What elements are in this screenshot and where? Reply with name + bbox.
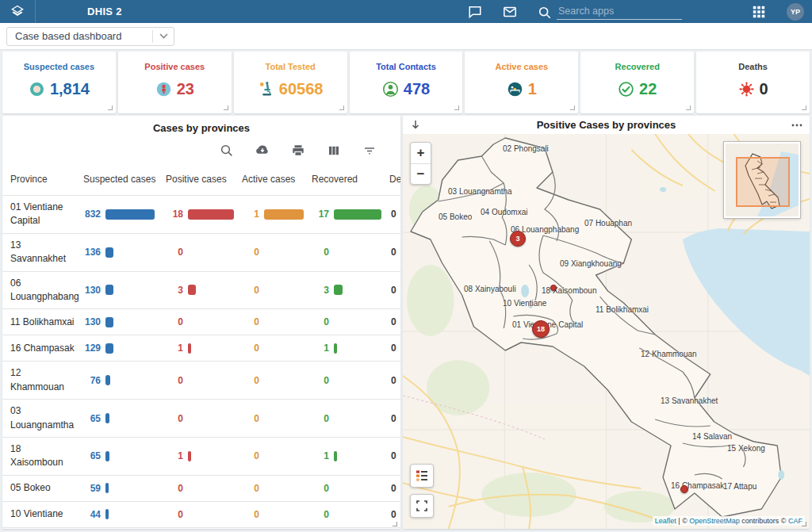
active-cell: 0 bbox=[234, 316, 304, 327]
resize-handle[interactable] bbox=[454, 105, 459, 110]
col-header-province[interactable]: Province bbox=[2, 174, 75, 185]
col-header-recovered[interactable]: Recovered bbox=[304, 174, 381, 185]
mail-icon[interactable] bbox=[503, 5, 517, 19]
stat-card[interactable]: Positive cases 23 bbox=[118, 52, 232, 113]
suspected-cell: 130 bbox=[75, 285, 158, 296]
suspected-cell: 44 bbox=[75, 509, 158, 520]
province-cell: 16 Champasak bbox=[2, 342, 75, 355]
table-header-row: Province Suspected cases Positive cases … bbox=[2, 163, 400, 195]
print-icon[interactable] bbox=[291, 144, 305, 158]
messages-icon[interactable] bbox=[468, 5, 482, 19]
table-row[interactable]: 16 Champasak 129 1 0 1 0 bbox=[2, 335, 400, 361]
positive-cell: 0 bbox=[158, 413, 234, 424]
dhis2-logo[interactable] bbox=[0, 0, 36, 23]
table-row[interactable]: 06 Louangphabang 130 3 0 3 0 bbox=[2, 271, 400, 309]
search-input[interactable] bbox=[557, 4, 682, 20]
col-header-positive[interactable]: Positive cases bbox=[158, 174, 234, 185]
map-case-marker[interactable] bbox=[680, 485, 688, 493]
leaflet-link[interactable]: Leaflet bbox=[655, 517, 676, 525]
legend-button[interactable] bbox=[410, 464, 434, 488]
stat-card-icon bbox=[618, 81, 634, 98]
osm-link[interactable]: OpenStreetMap bbox=[689, 517, 740, 525]
table-search-icon[interactable] bbox=[220, 144, 234, 158]
resize-handle[interactable] bbox=[339, 105, 344, 110]
user-avatar[interactable]: YP bbox=[787, 3, 804, 21]
stat-card[interactable]: Suspected cases 1,814 bbox=[2, 52, 116, 113]
deaths-cell: 0 bbox=[381, 343, 400, 354]
deaths-cell: 0 bbox=[381, 509, 400, 520]
province-cell: 01 Vientiane Capital bbox=[2, 201, 75, 228]
deaths-cell: 0 bbox=[381, 450, 400, 461]
positive-cell: 1 bbox=[158, 450, 234, 461]
stat-card-value: 478 bbox=[404, 80, 430, 98]
stat-card-title: Recovered bbox=[580, 62, 694, 71]
table-row[interactable]: 03 Louangnamtha 65 0 0 0 0 bbox=[2, 399, 400, 437]
caf-link[interactable]: CAF bbox=[788, 517, 802, 525]
resize-handle[interactable] bbox=[570, 105, 575, 110]
map-canvas[interactable]: + − bbox=[403, 134, 810, 529]
resize-handle[interactable] bbox=[393, 522, 397, 526]
table-row[interactable]: 05 Bokeo 59 0 0 0 0 bbox=[2, 475, 400, 501]
positive-cell: 18 bbox=[158, 209, 234, 220]
resize-handle[interactable] bbox=[224, 105, 228, 110]
table-row[interactable]: 13 Savannakhet 136 0 0 0 0 bbox=[2, 233, 400, 271]
zoom-out-button[interactable]: − bbox=[411, 163, 431, 184]
suspected-cell: 65 bbox=[75, 450, 158, 461]
active-cell: 0 bbox=[234, 285, 304, 296]
download-icon[interactable] bbox=[255, 144, 270, 158]
recovered-cell: 3 bbox=[304, 285, 381, 296]
suspected-cell: 76 bbox=[75, 375, 158, 386]
apps-grid-icon[interactable] bbox=[752, 5, 766, 19]
col-header-active[interactable]: Active cases bbox=[234, 174, 304, 185]
stat-card-icon bbox=[155, 81, 172, 98]
dhis2-logo-icon bbox=[10, 4, 25, 20]
map-case-marker[interactable] bbox=[550, 285, 557, 291]
table-row[interactable]: 08 Xainyabouli 38 0 0 0 0 bbox=[2, 527, 400, 529]
map-case-marker[interactable]: 18 bbox=[532, 320, 550, 338]
filter-icon[interactable] bbox=[362, 144, 377, 158]
dashboard-select[interactable]: Case based dashboard bbox=[6, 27, 174, 46]
more-options-icon[interactable] bbox=[791, 119, 803, 132]
stat-card-icon bbox=[258, 81, 274, 98]
map-title: Positive Cases by provinces bbox=[422, 119, 791, 131]
province-cell: 11 Bolikhamxai bbox=[2, 316, 75, 329]
zoom-in-button[interactable]: + bbox=[411, 143, 431, 163]
deaths-cell: 0 bbox=[381, 316, 400, 327]
positive-cell: 0 bbox=[158, 509, 234, 520]
resize-handle[interactable] bbox=[802, 105, 806, 110]
fullscreen-button[interactable] bbox=[410, 494, 434, 518]
map-attribution: Leaflet | © OpenStreetMap contributors ©… bbox=[653, 516, 805, 526]
positive-cell: 1 bbox=[158, 343, 234, 354]
search-icon[interactable] bbox=[538, 6, 552, 20]
recovered-cell: 1 bbox=[304, 450, 381, 461]
deaths-cell: 0 bbox=[381, 209, 400, 220]
province-cell: 18 Xaisomboun bbox=[2, 442, 75, 470]
view-columns-icon[interactable] bbox=[327, 144, 341, 158]
stat-card-icon bbox=[738, 81, 755, 98]
col-header-suspected[interactable]: Suspected cases bbox=[75, 174, 158, 185]
table-row[interactable]: 12 Khammouan 76 0 0 0 0 bbox=[2, 361, 400, 399]
stat-card[interactable]: Active cases 1 bbox=[465, 52, 578, 113]
stat-card[interactable]: Deaths 0 bbox=[696, 52, 810, 113]
province-cell: 13 Savannakhet bbox=[2, 239, 75, 266]
col-header-deaths[interactable]: Deaths bbox=[381, 174, 400, 185]
resize-handle[interactable] bbox=[108, 105, 113, 110]
dashboard-select-value: Case based dashboard bbox=[7, 30, 152, 42]
stat-card-value: 60568 bbox=[279, 80, 324, 98]
table-row[interactable]: 10 Vientiane 44 0 0 0 0 bbox=[2, 501, 400, 527]
stat-card[interactable]: Total Tested 60568 bbox=[234, 52, 347, 113]
province-cell: 10 Vientiane bbox=[2, 507, 75, 521]
active-cell: 0 bbox=[234, 413, 304, 424]
table-row[interactable]: 11 Bolikhamxai 130 0 0 0 0 bbox=[2, 308, 400, 335]
resize-handle[interactable] bbox=[802, 522, 806, 526]
map-case-marker[interactable]: 3 bbox=[510, 231, 526, 247]
suspected-cell: 136 bbox=[75, 247, 158, 258]
download-map-icon[interactable] bbox=[409, 119, 422, 132]
stat-card[interactable]: Total Contacts 478 bbox=[350, 52, 463, 113]
minimap[interactable] bbox=[724, 142, 800, 218]
table-row[interactable]: 01 Vientiane Capital 832 18 1 17 0 bbox=[2, 195, 400, 233]
resize-handle[interactable] bbox=[686, 105, 691, 110]
stat-card[interactable]: Recovered 22 bbox=[580, 52, 694, 113]
table-row[interactable]: 18 Xaisomboun 65 1 0 1 0 bbox=[2, 437, 400, 475]
deaths-cell: 0 bbox=[381, 375, 400, 386]
